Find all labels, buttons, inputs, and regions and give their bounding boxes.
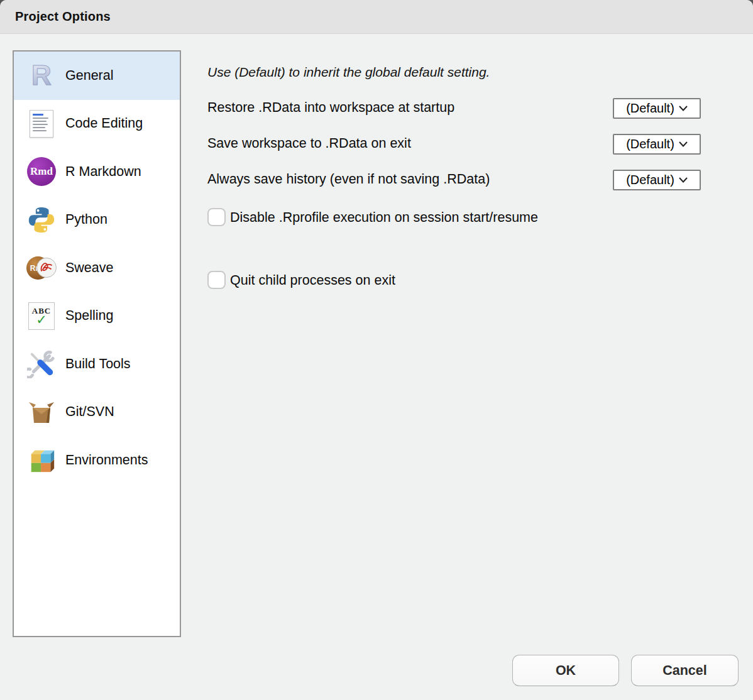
r-logo-icon: R: [26, 60, 57, 90]
sidebar-item-python[interactable]: Python: [14, 196, 180, 244]
disable-rprofile-row: Disable .Rprofile execution on session s…: [207, 204, 563, 231]
sidebar-item-label: Spelling: [65, 308, 114, 324]
sidebar-item-git-svn[interactable]: Git/SVN: [14, 388, 180, 437]
title-bar: Project Options: [0, 0, 753, 34]
pdf-badge: [36, 258, 57, 278]
sidebar-item-sweave[interactable]: Rnw Sweave: [14, 244, 180, 292]
sidebar-item-label: Build Tools: [65, 356, 131, 372]
dialog-title: Project Options: [15, 9, 111, 24]
default-hint-text: Use (Default) to inherit the global defa…: [207, 65, 490, 80]
quit-child-processes-label: Quit child processes on exit: [230, 273, 395, 288]
dropdown-value: (Default): [626, 137, 674, 151]
sidebar-item-label: Sweave: [65, 260, 114, 276]
category-sidebar: R General Code Editing Rmd R Mark: [13, 50, 181, 637]
always-save-history-label: Always save history (even if not saving …: [207, 172, 490, 187]
cancel-button[interactable]: Cancel: [631, 655, 739, 686]
dropdown-value: (Default): [626, 173, 674, 187]
sidebar-item-build-tools[interactable]: Build Tools: [14, 340, 180, 388]
chevron-down-icon: [679, 177, 688, 183]
package-box-icon: [26, 397, 57, 427]
document-icon: [26, 109, 57, 139]
sidebar-item-general[interactable]: R General: [14, 52, 180, 100]
sidebar-item-label: Git/SVN: [65, 404, 114, 420]
environments-cube-icon: [26, 445, 57, 475]
sweave-pdf-icon: Rnw: [26, 253, 57, 283]
dropdown-value: (Default): [626, 101, 674, 116]
sidebar-item-label: R Markdown: [65, 164, 141, 180]
quit-child-processes-row: Quit child processes on exit: [207, 267, 563, 294]
sidebar-item-spelling[interactable]: ABC ✓ Spelling: [14, 292, 180, 341]
rmd-icon: Rmd: [26, 156, 57, 187]
build-tools-icon: [26, 349, 57, 379]
sidebar-item-label: General: [65, 68, 114, 84]
chevron-down-icon: [679, 141, 688, 147]
save-workspace-dropdown[interactable]: (Default): [613, 134, 701, 155]
always-save-history-dropdown[interactable]: (Default): [613, 170, 701, 190]
sidebar-item-label: Environments: [65, 452, 148, 468]
spellcheck-icon: ABC ✓: [26, 301, 57, 331]
sidebar-item-code-editing[interactable]: Code Editing: [14, 100, 180, 148]
quit-child-processes-checkbox[interactable]: [207, 271, 226, 289]
restore-rdata-label: Restore .RData into workspace at startup: [207, 100, 454, 116]
restore-rdata-dropdown[interactable]: (Default): [613, 98, 701, 119]
project-options-dialog: Project Options R General Code Editing: [0, 0, 753, 700]
sidebar-item-environments[interactable]: Environments: [14, 436, 180, 484]
save-workspace-label: Save workspace to .RData on exit: [207, 136, 411, 151]
chevron-down-icon: [679, 106, 688, 111]
sidebar-item-r-markdown[interactable]: Rmd R Markdown: [14, 148, 180, 196]
disable-rprofile-label: Disable .Rprofile execution on session s…: [230, 210, 538, 225]
sidebar-item-label: Python: [65, 212, 107, 227]
python-icon: [26, 205, 57, 235]
sidebar-item-label: Code Editing: [65, 116, 143, 131]
ok-button[interactable]: OK: [512, 655, 619, 686]
disable-rprofile-checkbox[interactable]: [207, 208, 226, 226]
